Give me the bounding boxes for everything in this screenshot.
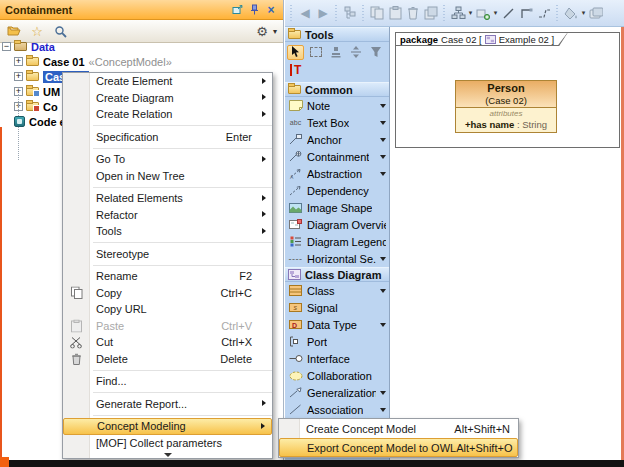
fill-color-icon[interactable]	[562, 4, 580, 22]
menu-item-export-concept-model-to-owl[interactable]: Export Concept Model to OWL Alt+Shift+O	[279, 438, 518, 457]
toolbar-handle[interactable]	[360, 5, 367, 21]
toolbar-handle[interactable]	[288, 5, 295, 21]
stamp-tool[interactable]	[327, 45, 344, 60]
text-tool-icon[interactable]: T	[290, 64, 301, 76]
tree-layout-icon[interactable]	[449, 4, 467, 22]
paste-icon[interactable]	[386, 4, 404, 22]
dropdown-caret-icon[interactable]: ▾	[580, 9, 587, 17]
dropdown-arrow-icon[interactable]	[380, 121, 386, 125]
dropdown-arrow-icon[interactable]	[380, 138, 386, 142]
copy-icon[interactable]	[368, 4, 386, 22]
menu-item-go-to[interactable]: Go To	[63, 151, 272, 168]
menu-item-paste[interactable]: PasteCtrl+V	[63, 318, 272, 335]
dropdown-caret-icon[interactable]: ▾	[467, 9, 474, 17]
menu-item-cut[interactable]: CutCtrl+X	[63, 334, 272, 351]
palette-item-collaboration[interactable]: Collaboration	[285, 367, 389, 384]
containment-tree-icon[interactable]	[341, 4, 359, 22]
palette-item-diagram-legend[interactable]: Diagram Legend	[285, 233, 389, 250]
menu-item-copy[interactable]: CopyCtrl+C	[63, 285, 272, 302]
layers-icon[interactable]	[422, 4, 440, 22]
dropdown-arrow-icon[interactable]	[380, 289, 386, 293]
menu-scroll-down-icon[interactable]	[63, 451, 272, 458]
menu-item-rename[interactable]: RenameF2	[63, 268, 272, 285]
palette-item-dependency[interactable]: Dependency	[285, 182, 389, 199]
palette-item-text-box[interactable]: abc Text Box	[285, 114, 389, 131]
menu-item-concept-modeling[interactable]: Concept Modeling	[63, 418, 272, 435]
path-tool-icon[interactable]	[517, 4, 535, 22]
float-icon[interactable]	[230, 3, 244, 16]
menu-item-related-elements[interactable]: Related Elements	[63, 190, 272, 207]
tree-item-case-01[interactable]: Case 01 «ConceptModel»	[0, 54, 283, 69]
dropdown-caret-icon[interactable]: ▾	[492, 9, 499, 17]
palette-item-containment[interactable]: Containment	[285, 148, 389, 165]
shape-icon[interactable]	[587, 4, 605, 22]
palette-item-interface[interactable]: Interface	[285, 350, 389, 367]
menu-item-copy-url[interactable]: Copy URL	[63, 301, 272, 318]
palette-section-class-diagram[interactable]: Class Diagram	[285, 267, 389, 282]
expand-icon[interactable]	[14, 72, 23, 81]
palette-item-data-type[interactable]: D Data Type	[285, 316, 389, 333]
menu-item-mof-collect-parameters[interactable]: [MOF] Collect parameters	[63, 435, 272, 452]
palette-item-association[interactable]: Association	[285, 401, 389, 418]
palette-item-horizontal-separator[interactable]: ---- Horizontal Se...	[285, 250, 389, 267]
palette-item-abstraction[interactable]: A Abstraction	[285, 165, 389, 182]
palette-section-common[interactable]: Common	[285, 82, 389, 97]
dropdown-arrow-icon[interactable]	[380, 323, 386, 327]
filter-tool[interactable]	[367, 45, 384, 60]
back-icon[interactable]: ◀	[296, 4, 314, 22]
collapse-icon[interactable]	[2, 42, 11, 51]
palette-item-class[interactable]: Class	[285, 282, 389, 299]
line-tool-icon[interactable]	[499, 4, 517, 22]
palette-item-generalization[interactable]: Generalization	[285, 384, 389, 401]
menu-item-create-relation[interactable]: Create Relation	[63, 106, 272, 123]
dropdown-arrow-icon[interactable]	[380, 391, 386, 395]
palette-item-anchor[interactable]: Anchor	[285, 131, 389, 148]
dropdown-arrow-icon[interactable]	[380, 257, 386, 261]
palette-section-tools[interactable]: Tools	[285, 27, 389, 42]
align-tool[interactable]	[347, 45, 364, 60]
oblique-path-icon[interactable]	[535, 4, 553, 22]
menu-item-create-element[interactable]: Create Element	[63, 73, 272, 90]
menu-item-open-in-new-tree[interactable]: Open in New Tree	[63, 168, 272, 185]
menu-item-generate-report[interactable]: Generate Report...	[63, 396, 272, 413]
diagram-canvas[interactable]: package Case 02 [ Example 02 ] Person (C…	[390, 27, 624, 460]
menu-item-refactor[interactable]: Refactor	[63, 207, 272, 224]
pin-icon[interactable]	[247, 3, 261, 16]
close-icon[interactable]: ×	[264, 3, 278, 16]
favorites-star-icon[interactable]: ☆	[29, 23, 45, 39]
frame-tab[interactable]: package Case 02 [ Example 02 ]	[395, 32, 568, 46]
class-person[interactable]: Person (Case 02) attributes +has name : …	[455, 80, 557, 133]
settings-dropdown-icon[interactable]: ▾	[273, 27, 277, 36]
palette-item-signal[interactable]: s Signal	[285, 299, 389, 316]
dropdown-arrow-icon[interactable]	[380, 172, 386, 176]
settings-gear-icon[interactable]: ⚙	[254, 23, 270, 39]
search-icon[interactable]	[52, 23, 68, 39]
add-node-icon[interactable]	[474, 4, 492, 22]
menu-item-find[interactable]: Find...	[63, 373, 272, 390]
delete-icon[interactable]	[404, 4, 422, 22]
menu-item-stereotype[interactable]: Stereotype	[63, 246, 272, 263]
menu-item-create-concept-model[interactable]: Create Concept Model Alt+Shift+N	[279, 419, 518, 438]
palette-item-port[interactable]: Port	[285, 333, 389, 350]
tree-item-data[interactable]: Data	[0, 39, 283, 54]
open-folder-icon[interactable]	[6, 23, 22, 39]
palette-item-note[interactable]: Note	[285, 97, 389, 114]
menu-item-create-diagram[interactable]: Create Diagram	[63, 90, 272, 107]
dropdown-arrow-icon[interactable]	[380, 155, 386, 159]
toolbar-handle[interactable]	[333, 5, 340, 21]
toolbar-handle[interactable]	[441, 5, 448, 21]
menu-item-delete[interactable]: DeleteDelete	[63, 351, 272, 368]
palette-item-diagram-overview[interactable]: Diagram Overview	[285, 216, 389, 233]
menu-item-tools[interactable]: Tools	[63, 223, 272, 240]
package-frame[interactable]: package Case 02 [ Example 02 ] Person (C…	[395, 32, 620, 148]
toolbar-handle[interactable]	[554, 5, 561, 21]
menu-item-specification[interactable]: SpecificationEnter	[63, 129, 272, 146]
marquee-tool[interactable]	[307, 45, 324, 60]
selection-cursor-tool[interactable]	[287, 45, 304, 60]
palette-item-image-shape[interactable]: Image Shape	[285, 199, 389, 216]
expand-icon[interactable]	[14, 57, 23, 66]
diagram-type-icon	[485, 35, 496, 44]
dropdown-arrow-icon[interactable]	[380, 408, 386, 412]
dropdown-arrow-icon[interactable]	[380, 104, 386, 108]
forward-icon[interactable]: ▶	[314, 4, 332, 22]
